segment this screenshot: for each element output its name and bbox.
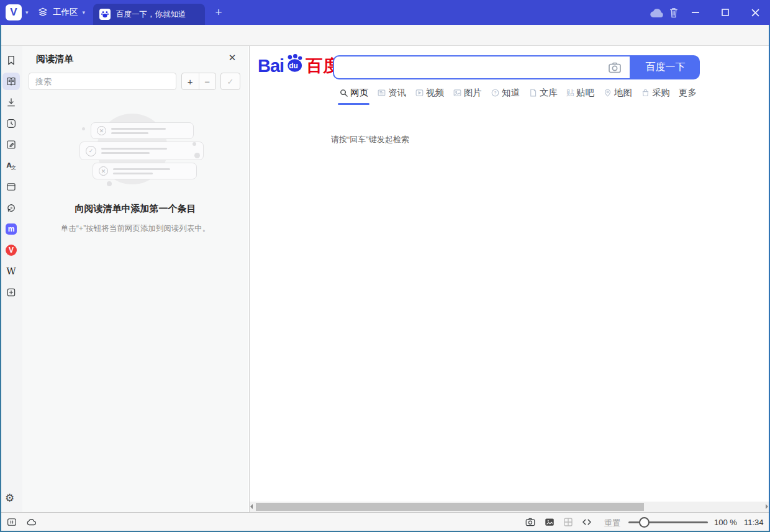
- baidu-logo-du: du: [289, 61, 298, 70]
- svg-text:?: ?: [494, 91, 497, 95]
- news-icon: [377, 88, 386, 97]
- panel-sidebar: A文 m V W ⚙: [0, 46, 22, 512]
- x-circle-icon: ✕: [99, 166, 108, 176]
- baidu-search-box[interactable]: [333, 55, 631, 79]
- image-icon: [453, 88, 462, 97]
- baidu-tab-video[interactable]: 视频: [415, 87, 444, 101]
- zoom-reset-button[interactable]: 重置: [604, 518, 620, 529]
- panel-close-button[interactable]: ✕: [226, 52, 238, 64]
- baidu-favicon: [99, 9, 111, 20]
- baidu-logo-bai: Bai: [258, 56, 284, 76]
- check-circle-icon: ✓: [86, 146, 96, 156]
- baidu-tab-zhidao[interactable]: ? 知道: [491, 87, 520, 101]
- reading-list-search-input[interactable]: [29, 73, 176, 90]
- svg-text:文: 文: [11, 165, 16, 171]
- workspace-label: 工作区: [53, 7, 78, 18]
- workspace-button[interactable]: 工作区 ▾: [37, 4, 85, 20]
- address-toolbar: ▾ ▾: [0, 25, 770, 46]
- baidu-tab-news[interactable]: 资讯: [377, 87, 406, 101]
- baidu-tab-webpages[interactable]: 网页: [339, 87, 368, 101]
- illustration-card: ✓: [79, 142, 204, 160]
- remove-reading-item-button[interactable]: −: [199, 73, 216, 89]
- baidu-tab-caigou[interactable]: 采购: [641, 87, 670, 101]
- trash-icon[interactable]: [668, 6, 679, 19]
- illustration-card: ✕: [93, 163, 197, 179]
- mastodon-glyph: m: [6, 223, 17, 235]
- scrollbar-thumb[interactable]: [256, 503, 644, 511]
- workspace-caret-icon: ▾: [83, 10, 86, 16]
- baidu-tab-images[interactable]: 图片: [453, 87, 482, 101]
- baidu-tab-tieba[interactable]: 贴 贴吧: [566, 87, 594, 101]
- sync-cloud-icon[interactable]: [650, 8, 664, 18]
- mark-read-button[interactable]: ✓: [220, 73, 240, 90]
- empty-state-subtitle: 单击“+”按钮将当前网页添加到阅读列表中。: [22, 223, 248, 234]
- video-icon: [415, 88, 424, 97]
- doc-icon: [528, 88, 538, 97]
- toggle-images-icon[interactable]: [544, 516, 555, 528]
- baidu-paw-icon: [101, 10, 109, 19]
- baidu-enter-hint: 请按“回车”键发起检索: [331, 134, 409, 145]
- baidu-nav-tabs: 网页 资讯 视频 图片 ? 知道 文库 贴 贴吧 地图: [339, 87, 697, 101]
- baidu-search-input[interactable]: [334, 62, 607, 73]
- add-reading-item-button[interactable]: +: [182, 73, 199, 89]
- baidu-tab-more[interactable]: 更多: [679, 87, 697, 101]
- question-icon: ?: [491, 88, 500, 97]
- statusbar-panel-toggle-icon[interactable]: [6, 516, 17, 528]
- x-circle-icon: ✕: [97, 126, 106, 135]
- add-web-panel-icon[interactable]: [6, 287, 17, 298]
- illustration-card: ✕: [91, 122, 194, 139]
- scroll-right-arrow-icon[interactable]: [766, 504, 768, 509]
- zoom-slider-knob[interactable]: [639, 517, 650, 528]
- webpage-baidu: Bai du 百度 百度一下 网页 资讯 视频 图片 ? 知道: [249, 46, 769, 502]
- notes-panel-icon[interactable]: [6, 139, 17, 150]
- map-pin-icon: [603, 88, 612, 97]
- baidu-search-button[interactable]: 百度一下: [631, 55, 700, 79]
- reading-list-panel-icon[interactable]: [6, 76, 17, 87]
- statusbar-sync-cloud-icon[interactable]: [26, 516, 37, 528]
- vivaldi-menu-button[interactable]: V: [6, 4, 22, 20]
- search-icon: [339, 88, 348, 97]
- baidu-logo: Bai du 百度: [258, 55, 340, 77]
- clock-time: 11:34: [744, 518, 764, 527]
- baidu-logo-paw-icon: du: [284, 53, 305, 74]
- minimize-button[interactable]: [688, 0, 703, 25]
- downloads-panel-icon[interactable]: [6, 97, 17, 108]
- windows-panel-icon[interactable]: [6, 181, 17, 192]
- window-border-left: [0, 25, 1, 532]
- vivaldi-menu-caret-icon: ▾: [25, 10, 29, 16]
- empty-state-title: 向阅读清单中添加第一个条目: [22, 203, 248, 215]
- capture-page-icon[interactable]: [525, 516, 536, 528]
- workspace-layers-icon: [37, 7, 48, 18]
- tieba-icon: 贴: [566, 89, 574, 97]
- page-horizontal-scrollbar[interactable]: [249, 502, 769, 512]
- reading-list-add-remove-group: + −: [181, 73, 216, 90]
- translate-panel-icon[interactable]: A文: [6, 160, 17, 171]
- page-tiling-icon[interactable]: [563, 516, 574, 528]
- zoom-percentage: 100 %: [714, 518, 737, 527]
- history-panel-icon[interactable]: [6, 118, 17, 129]
- scroll-left-arrow-icon[interactable]: [250, 504, 253, 509]
- close-window-button[interactable]: [748, 0, 763, 25]
- camera-search-icon[interactable]: [607, 60, 622, 75]
- sessions-panel-icon[interactable]: [6, 202, 17, 214]
- panel-title: 阅读清单: [36, 53, 73, 65]
- vivaldi-social-web-panel-icon[interactable]: V: [6, 245, 17, 256]
- shop-icon: [641, 88, 650, 97]
- browser-tab-active[interactable]: 百度一下，你就知道: [93, 4, 205, 25]
- page-actions-code-icon[interactable]: [581, 516, 592, 528]
- panel-settings-gear-icon[interactable]: ⚙: [5, 493, 14, 503]
- baidu-tab-map[interactable]: 地图: [603, 87, 632, 101]
- wikipedia-web-panel-icon[interactable]: W: [6, 266, 17, 277]
- reading-list-panel: 阅读清单 ✕ + − ✓ ✕ ✓ ✕ 向阅读清单中添加第一个条目 单击“+”按钮…: [22, 46, 248, 512]
- new-tab-button[interactable]: +: [211, 4, 226, 20]
- maximize-button[interactable]: [718, 0, 733, 25]
- titlebar: V ▾ 工作区 ▾ 百度一下，你就知道 +: [0, 0, 770, 25]
- status-bar: 重置 100 % 11:34: [0, 512, 770, 531]
- mastodon-web-panel-icon[interactable]: m: [6, 223, 17, 235]
- tab-title: 百度一下，你就知道: [116, 9, 186, 20]
- baidu-tab-wenku[interactable]: 文库: [528, 87, 558, 101]
- bookmarks-panel-icon[interactable]: [6, 55, 17, 66]
